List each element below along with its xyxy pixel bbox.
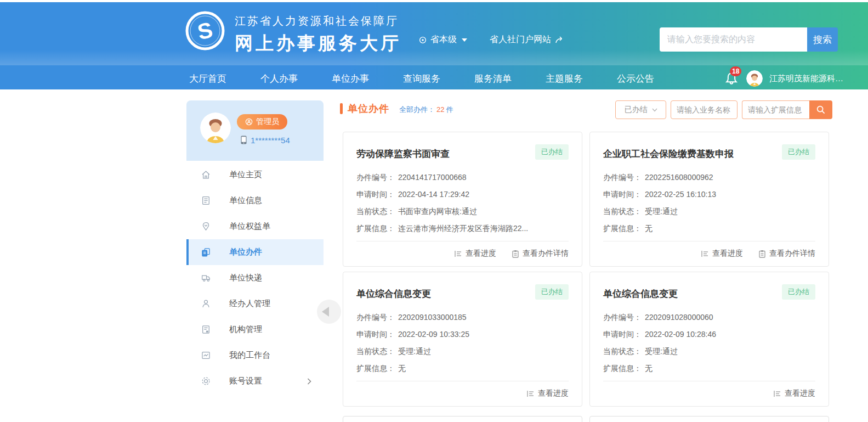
case-filters: 已办结: [615, 100, 832, 119]
sidebar-item-workbench[interactable]: 我的工作台: [186, 342, 324, 368]
header-banner: S 江苏省人力资源和社会保障厅 网上办事服务大厅 省本级 省人社门户网站 搜索 …: [0, 2, 868, 89]
username[interactable]: 江苏明茂新能源科…: [769, 74, 843, 84]
case-field: 扩展信息：无: [603, 364, 815, 372]
business-name-input[interactable]: [671, 100, 737, 119]
case-field: 当前状态：受理:通过: [356, 347, 569, 355]
sidebar-item-unit-rights[interactable]: 单位权益单: [186, 213, 324, 239]
case-field: 办件编号：2202091033000185: [356, 313, 569, 321]
extended-info: 无: [645, 364, 653, 373]
portal-link[interactable]: 省人社门户网站: [490, 34, 564, 46]
location-pin-icon: [418, 36, 427, 44]
sidebar-item-unit-home[interactable]: 单位主页: [186, 162, 324, 188]
notification-count-badge: 18: [730, 66, 741, 76]
avatar[interactable]: [746, 70, 763, 87]
nav-item-notice[interactable]: 公示公告: [617, 72, 654, 85]
section-title: 单位办件: [348, 102, 389, 115]
case-field: 申请时间：2022-04-14 17:29:42: [356, 190, 569, 198]
total-count-text: 全部办件：22件: [399, 103, 453, 115]
case-card: 单位综合信息变更 已办结 办件编号：2202091033000185 申请时间：…: [343, 272, 582, 407]
case-field: 办件编号：2204141717000668: [356, 173, 569, 181]
total-unit: 件: [446, 105, 453, 114]
nav-item-service-list[interactable]: 服务清单: [474, 72, 512, 85]
current-status: 书面审查内网审核:通过: [398, 207, 477, 216]
sidebar-collapse-button[interactable]: [317, 300, 341, 324]
case-card: 单位综合信息变更 已办结 办件编号：2202091028000060 申请时间：…: [589, 272, 829, 407]
sidebar-item-label: 账号设置: [229, 376, 262, 386]
current-status: 受理:通过: [645, 347, 678, 356]
region-label: 省本级: [430, 34, 457, 46]
progress-icon: [773, 390, 781, 398]
region-selector[interactable]: 省本级: [418, 34, 467, 46]
sidebar-item-label: 单位快递: [229, 273, 262, 283]
person-icon: [201, 299, 211, 309]
notification-bell-button[interactable]: 18: [723, 70, 740, 87]
phone-icon: [240, 135, 247, 145]
sidebar-item-label: 单位办件: [229, 247, 262, 257]
sidebar-item-label: 机构管理: [229, 324, 262, 335]
status-badge: 已办结: [535, 144, 569, 160]
view-progress-link[interactable]: 查看进度: [454, 249, 496, 258]
portal-link-label: 省人社门户网站: [490, 34, 551, 46]
case-number: 2202091033000185: [398, 313, 467, 322]
case-field: 当前状态：受理:通过: [603, 347, 815, 355]
status-badge: 已办结: [782, 144, 815, 160]
sidebar-item-label: 单位信息: [229, 195, 262, 206]
masked-phone-value: 1********54: [251, 136, 290, 145]
external-link-icon: [555, 36, 564, 44]
sidebar-item-agent-mgmt[interactable]: 经办人管理: [186, 291, 324, 317]
case-field: 当前状态：受理:通过: [603, 207, 815, 215]
case-field: 扩展信息：连云港市海州经济开发区香海湖路22...: [356, 224, 569, 232]
chevron-left-icon: [322, 307, 329, 317]
progress-icon: [701, 250, 709, 258]
case-number: 2204141717000668: [398, 173, 467, 182]
case-field: 申请时间：2022-02-09 10:33:25: [356, 330, 569, 338]
truck-icon: [201, 273, 211, 283]
svg-text:S: S: [195, 18, 214, 44]
extended-info-input[interactable]: [742, 100, 809, 119]
current-status: 受理:通过: [398, 347, 431, 356]
sidebar-item-account-settings[interactable]: 账号设置: [186, 368, 324, 394]
sidebar-menu: 单位主页 单位信息 单位权益单 单位办件: [186, 161, 324, 394]
case-field: 办件编号：2202091028000060: [603, 313, 815, 321]
chevron-down-icon: [462, 38, 467, 42]
apply-time: 2022-04-14 17:29:42: [398, 190, 469, 199]
nav-item-home[interactable]: 大厅首页: [189, 72, 226, 85]
home-icon: [201, 170, 211, 180]
document-settings-icon: [201, 324, 211, 335]
sidebar-item-org-mgmt[interactable]: 机构管理: [186, 317, 324, 342]
role-badge-label: 管理员: [256, 117, 279, 127]
view-detail-link[interactable]: 查看办件详情: [758, 249, 815, 258]
search-button[interactable]: 搜索: [807, 27, 838, 52]
clipboard-icon: [758, 250, 766, 258]
case-field: 办件编号：2202251608000962: [603, 173, 815, 181]
status-filter-value: 已办结: [625, 105, 648, 115]
sidebar-item-label: 单位权益单: [229, 221, 270, 232]
sidebar-item-unit-cases[interactable]: 单位办件: [186, 239, 324, 265]
total-label: 全部办件：: [399, 105, 435, 114]
case-number: 2202251608000962: [645, 173, 713, 182]
document-icon: [201, 195, 211, 206]
view-progress-link[interactable]: 查看进度: [773, 389, 815, 398]
site-logo-icon: S: [185, 11, 225, 50]
sidebar-item-unit-express[interactable]: 单位快递: [186, 265, 324, 291]
view-progress-link[interactable]: 查看进度: [701, 249, 743, 258]
case-field: 扩展信息：无: [603, 224, 815, 232]
search-input[interactable]: [660, 27, 807, 52]
nav-item-query[interactable]: 查询服务: [403, 72, 440, 85]
nav-item-theme[interactable]: 主题服务: [546, 72, 583, 85]
case-number: 2202091028000060: [645, 313, 713, 322]
view-progress-link[interactable]: 查看进度: [526, 389, 569, 398]
section-accent-bar: [340, 103, 343, 114]
filter-search-button[interactable]: [809, 100, 832, 119]
view-detail-link[interactable]: 查看办件详情: [512, 249, 569, 258]
case-card-grid: 劳动保障监察书面审查 已办结 办件编号：2204141717000668 申请时…: [343, 132, 830, 407]
nav-item-personal[interactable]: 个人办事: [260, 72, 298, 85]
page-title: 网上办事服务大厅: [235, 31, 401, 56]
sidebar-item-unit-info[interactable]: 单位信息: [186, 188, 324, 213]
extended-info: 无: [398, 364, 406, 373]
status-filter-dropdown[interactable]: 已办结: [615, 100, 666, 119]
case-field: 申请时间：2022-02-09 10:28:46: [603, 330, 815, 338]
nav-item-unit[interactable]: 单位办事: [332, 72, 369, 85]
current-status: 受理:通过: [645, 207, 678, 216]
status-badge: 已办结: [535, 284, 569, 300]
